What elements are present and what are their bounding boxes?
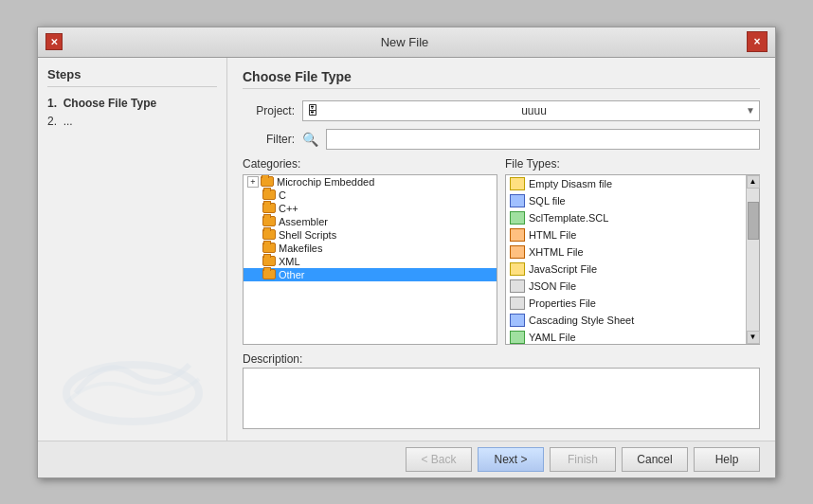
dialog-body: Steps 1. Choose File Type 2. ...	[38, 58, 775, 441]
project-select-value: uuuu	[521, 104, 547, 117]
folder-icon	[262, 256, 276, 266]
folder-icon	[262, 243, 276, 253]
back-button[interactable]: < Back	[406, 447, 472, 472]
category-other[interactable]: Other	[244, 268, 497, 281]
category-label: XML	[279, 256, 300, 267]
expand-icon[interactable]: +	[247, 176, 259, 188]
file-icon	[510, 314, 525, 327]
file-icon	[510, 194, 525, 207]
filetype-scl[interactable]: SclTemplate.SCL	[506, 209, 746, 226]
watermark	[38, 336, 226, 431]
category-label: C	[279, 189, 286, 201]
description-textarea[interactable]	[243, 368, 760, 429]
category-microchip[interactable]: + Microchip Embedded	[244, 175, 497, 189]
category-shell[interactable]: Shell Scripts	[244, 228, 497, 242]
category-label: Other	[279, 269, 305, 280]
cancel-button[interactable]: Cancel	[622, 447, 688, 472]
scroll-down-icon[interactable]: ▼	[747, 331, 760, 344]
filter-label: Filter:	[243, 133, 295, 146]
scroll-up-icon[interactable]: ▲	[747, 175, 760, 189]
category-label: Microchip Embedded	[277, 176, 374, 188]
file-icon	[510, 177, 525, 190]
search-icon: 🔍	[302, 132, 318, 147]
project-icon: 🗄	[307, 104, 318, 117]
folder-icon	[262, 269, 276, 279]
file-icon	[510, 262, 525, 276]
step-2-label: ...	[63, 115, 73, 128]
category-cpp[interactable]: C++	[244, 202, 497, 215]
filetype-xhtml[interactable]: XHTML File	[506, 243, 746, 261]
category-label: C++	[279, 203, 298, 214]
steps-panel: Steps 1. Choose File Type 2. ...	[38, 58, 227, 441]
section-title: Choose File Type	[243, 69, 760, 89]
filetype-label: JSON File	[529, 280, 576, 292]
filetype-sql[interactable]: SQL file	[506, 192, 746, 209]
close-button[interactable]: ×	[747, 31, 768, 52]
folder-icon	[262, 229, 276, 240]
filetypes-label: File Types:	[505, 157, 760, 171]
description-label: Description:	[243, 352, 760, 366]
filetype-label: Empty Disasm file	[529, 178, 612, 189]
categories-panel: Categories: + Microchip Embedded C	[243, 157, 497, 345]
dialog-footer: < Back Next > Finish Cancel Help	[38, 441, 775, 477]
steps-list: 1. Choose File Type 2. ...	[47, 97, 217, 128]
filetype-label: YAML File	[529, 332, 576, 343]
next-button[interactable]: Next >	[478, 447, 544, 472]
category-c[interactable]: C	[244, 189, 497, 202]
step-2: 2. ...	[47, 115, 217, 128]
category-assembler[interactable]: Assembler	[244, 215, 497, 228]
categories-filetypes-row: Categories: + Microchip Embedded C	[243, 157, 760, 345]
filetypes-scrollbar[interactable]: ▲ ▼	[746, 175, 759, 344]
filetype-label: Cascading Style Sheet	[529, 315, 634, 326]
category-label: Assembler	[279, 216, 328, 227]
filetype-label: SQL file	[529, 195, 566, 207]
category-label: Shell Scripts	[279, 229, 336, 241]
filetype-javascript[interactable]: JavaScript File	[506, 261, 746, 278]
category-xml[interactable]: XML	[244, 255, 497, 268]
filetype-css[interactable]: Cascading Style Sheet	[506, 312, 746, 329]
help-button[interactable]: Help	[694, 447, 760, 472]
step-1-label: Choose File Type	[63, 97, 156, 110]
step-1-number: 1.	[47, 97, 60, 110]
title-bar-close-icon[interactable]: ✕	[45, 33, 63, 50]
filetypes-list-wrapper: Empty Disasm file SQL file SclTemplate.S…	[505, 174, 760, 345]
filetypes-panel: File Types: Empty Disasm file SQL file	[505, 157, 760, 345]
category-makefiles[interactable]: Makefiles	[244, 242, 497, 255]
file-icon	[510, 245, 525, 259]
filetype-html[interactable]: HTML File	[506, 226, 746, 243]
main-panel: Choose File Type Project: 🗄 uuuu ▼ Filte…	[227, 58, 775, 441]
title-bar: ✕ New File ×	[38, 27, 775, 58]
steps-heading: Steps	[47, 67, 217, 87]
category-label: Makefiles	[279, 243, 322, 254]
finish-button[interactable]: Finish	[550, 447, 616, 472]
dialog-title: New File	[381, 35, 429, 49]
step-2-number: 2.	[47, 115, 60, 128]
filetype-label: SclTemplate.SCL	[529, 212, 608, 224]
scroll-thumb[interactable]	[748, 202, 759, 240]
select-arrow-icon: ▼	[746, 105, 755, 116]
file-icon	[510, 228, 525, 242]
project-label: Project:	[243, 104, 295, 117]
filetypes-list[interactable]: Empty Disasm file SQL file SclTemplate.S…	[506, 175, 746, 344]
description-section: Description:	[243, 352, 760, 429]
filter-input[interactable]	[326, 129, 760, 150]
filetype-yaml[interactable]: YAML File	[506, 329, 746, 344]
categories-label: Categories:	[243, 157, 497, 171]
project-select[interactable]: 🗄 uuuu ▼	[302, 100, 760, 121]
categories-tree[interactable]: + Microchip Embedded C C++	[243, 174, 497, 345]
title-bar-left: ✕	[45, 33, 63, 50]
file-icon	[510, 279, 525, 293]
filetype-json[interactable]: JSON File	[506, 278, 746, 295]
step-1: 1. Choose File Type	[47, 97, 217, 110]
filetype-label: Properties File	[529, 297, 596, 309]
file-icon	[510, 297, 525, 310]
folder-icon	[262, 216, 276, 226]
filetype-empty-disasm[interactable]: Empty Disasm file	[506, 175, 746, 192]
project-row: Project: 🗄 uuuu ▼	[243, 100, 760, 121]
folder-icon	[262, 203, 276, 213]
filetype-properties[interactable]: Properties File	[506, 295, 746, 312]
folder-icon	[262, 189, 276, 200]
new-file-dialog: ✕ New File × Steps 1. Choose File Type 2…	[37, 27, 776, 478]
file-icon	[510, 211, 525, 225]
filetype-label: XHTML File	[529, 246, 584, 258]
